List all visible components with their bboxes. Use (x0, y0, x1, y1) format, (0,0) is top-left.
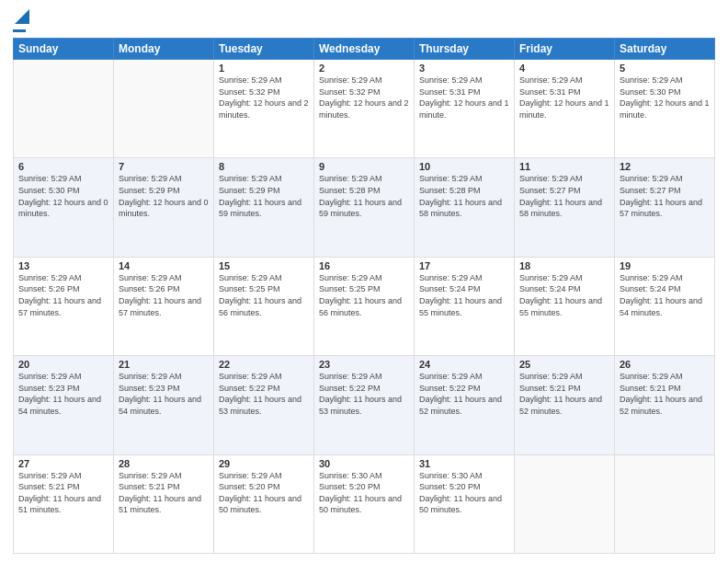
day-cell: 24Sunrise: 5:29 AM Sunset: 5:22 PM Dayli… (415, 356, 515, 454)
day-cell: 1Sunrise: 5:29 AM Sunset: 5:32 PM Daylig… (214, 60, 314, 158)
svg-marker-0 (15, 9, 29, 24)
col-thursday: Thursday (415, 39, 515, 60)
day-info: Sunrise: 5:29 AM Sunset: 5:29 PM Dayligh… (119, 173, 209, 219)
day-cell (14, 60, 114, 158)
day-number: 10 (419, 161, 509, 172)
day-info: Sunrise: 5:29 AM Sunset: 5:31 PM Dayligh… (519, 75, 609, 121)
week-row-5: 27Sunrise: 5:29 AM Sunset: 5:21 PM Dayli… (14, 454, 715, 553)
logo (13, 9, 29, 32)
col-tuesday: Tuesday (214, 39, 314, 60)
day-cell: 13Sunrise: 5:29 AM Sunset: 5:26 PM Dayli… (14, 257, 114, 355)
day-info: Sunrise: 5:29 AM Sunset: 5:25 PM Dayligh… (219, 272, 309, 318)
day-number: 3 (419, 63, 509, 74)
week-row-4: 20Sunrise: 5:29 AM Sunset: 5:23 PM Dayli… (14, 356, 715, 454)
day-cell: 27Sunrise: 5:29 AM Sunset: 5:21 PM Dayli… (14, 454, 114, 553)
logo-icon (15, 9, 29, 24)
header (13, 9, 715, 32)
day-number: 14 (119, 260, 209, 271)
day-info: Sunrise: 5:29 AM Sunset: 5:21 PM Dayligh… (519, 371, 609, 417)
col-wednesday: Wednesday (314, 39, 415, 60)
day-number: 9 (319, 161, 409, 172)
day-number: 1 (219, 63, 309, 74)
day-cell: 5Sunrise: 5:29 AM Sunset: 5:30 PM Daylig… (615, 60, 715, 158)
day-cell: 17Sunrise: 5:29 AM Sunset: 5:24 PM Dayli… (415, 257, 515, 355)
day-info: Sunrise: 5:30 AM Sunset: 5:20 PM Dayligh… (319, 470, 409, 516)
day-cell (114, 60, 214, 158)
day-number: 8 (219, 161, 309, 172)
day-info: Sunrise: 5:29 AM Sunset: 5:27 PM Dayligh… (519, 173, 609, 219)
day-number: 4 (519, 63, 609, 74)
day-cell: 3Sunrise: 5:29 AM Sunset: 5:31 PM Daylig… (415, 60, 515, 158)
day-cell: 2Sunrise: 5:29 AM Sunset: 5:32 PM Daylig… (314, 60, 415, 158)
day-info: Sunrise: 5:29 AM Sunset: 5:21 PM Dayligh… (119, 470, 209, 516)
day-cell: 18Sunrise: 5:29 AM Sunset: 5:24 PM Dayli… (515, 257, 615, 355)
day-info: Sunrise: 5:29 AM Sunset: 5:27 PM Dayligh… (620, 173, 710, 219)
day-cell: 16Sunrise: 5:29 AM Sunset: 5:25 PM Dayli… (314, 257, 415, 355)
logo-underline (13, 29, 26, 32)
day-number: 31 (419, 458, 509, 469)
day-cell (615, 454, 715, 553)
day-cell: 19Sunrise: 5:29 AM Sunset: 5:24 PM Dayli… (615, 257, 715, 355)
col-saturday: Saturday (615, 39, 715, 60)
day-info: Sunrise: 5:29 AM Sunset: 5:26 PM Dayligh… (119, 272, 209, 318)
day-number: 19 (620, 260, 710, 271)
day-cell: 11Sunrise: 5:29 AM Sunset: 5:27 PM Dayli… (515, 158, 615, 257)
day-info: Sunrise: 5:29 AM Sunset: 5:24 PM Dayligh… (519, 272, 609, 318)
day-number: 26 (620, 359, 710, 370)
header-row: Sunday Monday Tuesday Wednesday Thursday… (14, 39, 715, 60)
day-cell: 6Sunrise: 5:29 AM Sunset: 5:30 PM Daylig… (14, 158, 114, 257)
day-cell: 4Sunrise: 5:29 AM Sunset: 5:31 PM Daylig… (515, 60, 615, 158)
day-number: 6 (18, 161, 108, 172)
week-row-1: 1Sunrise: 5:29 AM Sunset: 5:32 PM Daylig… (14, 60, 715, 158)
day-number: 2 (319, 63, 409, 74)
day-number: 16 (319, 260, 409, 271)
col-sunday: Sunday (14, 39, 114, 60)
day-info: Sunrise: 5:29 AM Sunset: 5:30 PM Dayligh… (620, 75, 710, 121)
col-friday: Friday (515, 39, 615, 60)
day-info: Sunrise: 5:29 AM Sunset: 5:23 PM Dayligh… (18, 371, 108, 417)
day-info: Sunrise: 5:29 AM Sunset: 5:21 PM Dayligh… (620, 371, 710, 417)
day-number: 15 (219, 260, 309, 271)
day-number: 11 (519, 161, 609, 172)
day-info: Sunrise: 5:29 AM Sunset: 5:29 PM Dayligh… (219, 173, 309, 219)
day-cell: 7Sunrise: 5:29 AM Sunset: 5:29 PM Daylig… (114, 158, 214, 257)
day-info: Sunrise: 5:29 AM Sunset: 5:22 PM Dayligh… (219, 371, 309, 417)
day-number: 22 (219, 359, 309, 370)
day-info: Sunrise: 5:29 AM Sunset: 5:32 PM Dayligh… (319, 75, 409, 121)
day-number: 27 (18, 458, 108, 469)
day-info: Sunrise: 5:29 AM Sunset: 5:31 PM Dayligh… (419, 75, 509, 121)
day-info: Sunrise: 5:29 AM Sunset: 5:21 PM Dayligh… (18, 470, 108, 516)
col-monday: Monday (114, 39, 214, 60)
day-number: 23 (319, 359, 409, 370)
day-cell: 20Sunrise: 5:29 AM Sunset: 5:23 PM Dayli… (14, 356, 114, 454)
day-cell: 22Sunrise: 5:29 AM Sunset: 5:22 PM Dayli… (214, 356, 314, 454)
calendar-table: Sunday Monday Tuesday Wednesday Thursday… (13, 38, 715, 554)
day-cell: 21Sunrise: 5:29 AM Sunset: 5:23 PM Dayli… (114, 356, 214, 454)
day-info: Sunrise: 5:29 AM Sunset: 5:32 PM Dayligh… (219, 75, 309, 121)
day-number: 25 (519, 359, 609, 370)
day-cell: 25Sunrise: 5:29 AM Sunset: 5:21 PM Dayli… (515, 356, 615, 454)
day-number: 17 (419, 260, 509, 271)
week-row-3: 13Sunrise: 5:29 AM Sunset: 5:26 PM Dayli… (14, 257, 715, 355)
day-cell: 28Sunrise: 5:29 AM Sunset: 5:21 PM Dayli… (114, 454, 214, 553)
day-number: 5 (620, 63, 710, 74)
day-info: Sunrise: 5:29 AM Sunset: 5:28 PM Dayligh… (319, 173, 409, 219)
calendar-page: Sunday Monday Tuesday Wednesday Thursday… (0, 0, 728, 563)
day-cell: 26Sunrise: 5:29 AM Sunset: 5:21 PM Dayli… (615, 356, 715, 454)
day-info: Sunrise: 5:29 AM Sunset: 5:22 PM Dayligh… (319, 371, 409, 417)
day-info: Sunrise: 5:29 AM Sunset: 5:22 PM Dayligh… (419, 371, 509, 417)
day-cell: 31Sunrise: 5:30 AM Sunset: 5:20 PM Dayli… (415, 454, 515, 553)
day-number: 28 (119, 458, 209, 469)
day-info: Sunrise: 5:29 AM Sunset: 5:25 PM Dayligh… (319, 272, 409, 318)
day-info: Sunrise: 5:29 AM Sunset: 5:26 PM Dayligh… (18, 272, 108, 318)
day-number: 20 (18, 359, 108, 370)
day-cell: 30Sunrise: 5:30 AM Sunset: 5:20 PM Dayli… (314, 454, 415, 553)
day-number: 21 (119, 359, 209, 370)
day-info: Sunrise: 5:29 AM Sunset: 5:20 PM Dayligh… (219, 470, 309, 516)
day-info: Sunrise: 5:29 AM Sunset: 5:30 PM Dayligh… (18, 173, 108, 219)
week-row-2: 6Sunrise: 5:29 AM Sunset: 5:30 PM Daylig… (14, 158, 715, 257)
day-cell: 12Sunrise: 5:29 AM Sunset: 5:27 PM Dayli… (615, 158, 715, 257)
day-number: 29 (219, 458, 309, 469)
day-info: Sunrise: 5:29 AM Sunset: 5:28 PM Dayligh… (419, 173, 509, 219)
day-cell: 10Sunrise: 5:29 AM Sunset: 5:28 PM Dayli… (415, 158, 515, 257)
